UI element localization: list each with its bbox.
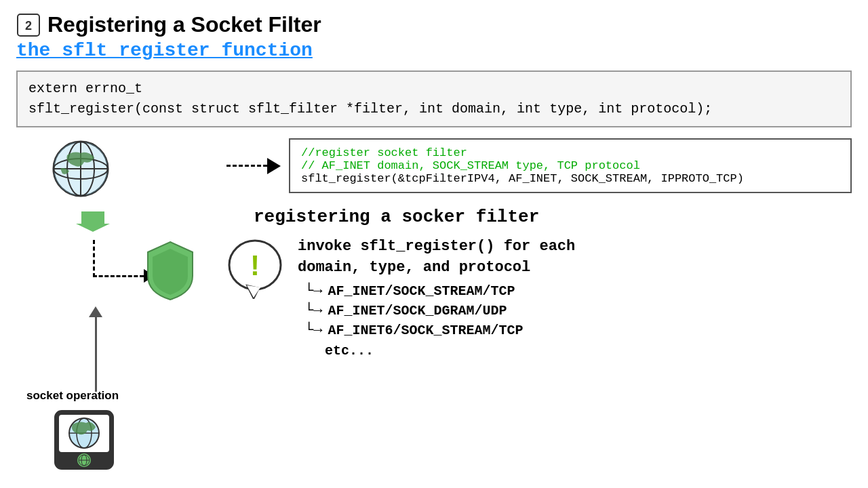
code-comment1: //register socket filter — [301, 146, 840, 159]
bullet-text-1: AF_INET/SOCK_STREAM/TCP — [328, 283, 515, 299]
arrow-code-row: //register socket filter // AF_INET doma… — [226, 138, 852, 193]
bullet-arrow-3: └→ — [304, 322, 322, 339]
bullet-arrow-2: └→ — [304, 302, 322, 319]
svg-text:2: 2 — [25, 19, 32, 33]
bullet-text-2: AF_INET/SOCK_DGRAM/UDP — [328, 303, 507, 319]
invoke-line1: invoke sflt_register() for each — [298, 238, 852, 255]
main-content: socket operation — [16, 138, 852, 359]
invoke-text-block: invoke sflt_register() for each domain, … — [298, 238, 852, 359]
vertical-up-arrow — [89, 306, 102, 392]
left-diagram: socket operation — [16, 138, 220, 359]
warning-bubble: ! — [226, 238, 284, 296]
code-block-top: extern errno_t sflt_register(const struc… — [16, 70, 852, 127]
socket-label: socket operation — [26, 389, 119, 403]
svg-marker-9 — [76, 224, 110, 232]
green-arrow-icon — [76, 211, 110, 235]
bullet-text-3: AF_INET6/SOCK_STREAM/TCP — [328, 323, 523, 338]
code-example-box: //register socket filter // AF_INET doma… — [289, 138, 852, 193]
globe-top — [50, 138, 111, 202]
list-item: └→ AF_INET6/SOCK_STREAM/TCP — [304, 322, 852, 339]
slide-icon: 2 — [16, 13, 41, 37]
subtitle: the sflt_register function — [16, 40, 852, 61]
svg-text:!: ! — [250, 249, 260, 281]
page-title: Registering a Socket Filter — [47, 12, 321, 37]
code-statement: sflt_register(&tcpFilterIPV4, AF_INET, S… — [301, 172, 840, 185]
warning-area: ! invoke sflt_register() for each domain… — [226, 238, 852, 359]
svg-rect-8 — [81, 211, 104, 224]
code-line1: extern errno_t — [28, 79, 840, 99]
dashed-arrow-left — [226, 158, 281, 174]
invoke-line2: domain, type, and protocol — [298, 259, 852, 276]
registering-label: registering a socker filter — [226, 207, 852, 227]
list-item: └→ AF_INET/SOCK_DGRAM/UDP — [304, 302, 852, 319]
bullet-list: └→ AF_INET/SOCK_STREAM/TCP └→ AF_INET/SO… — [304, 283, 852, 339]
app-icon — [54, 409, 115, 473]
etc-label: etc... — [325, 343, 852, 359]
bullet-arrow-1: └→ — [304, 283, 322, 300]
code-line2: sflt_register(const struct sflt_filter *… — [28, 99, 840, 119]
svg-marker-22 — [247, 285, 260, 298]
right-content: //register socket filter // AF_INET doma… — [220, 138, 852, 359]
shield-icon — [142, 239, 199, 306]
list-item: └→ AF_INET/SOCK_STREAM/TCP — [304, 283, 852, 300]
header: 2 Registering a Socket Filter the sflt_r… — [16, 12, 852, 61]
code-comment2: // AF_INET domain, SOCK_STREAM type, TCP… — [301, 159, 840, 172]
